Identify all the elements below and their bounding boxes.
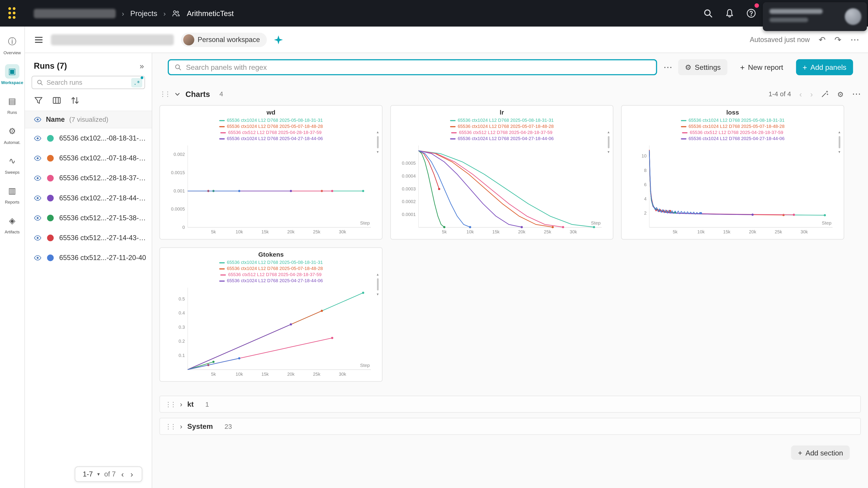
breadcrumb-projects-link[interactable]: Projects (130, 9, 157, 18)
regex-toggle[interactable]: .* (131, 78, 142, 87)
undo-button[interactable]: ↶ (819, 35, 826, 44)
redo-button[interactable]: ↷ (835, 35, 842, 44)
run-list-item[interactable]: 65536 ctx512...-28-18-37-59 (25, 168, 152, 188)
charts-section-title[interactable]: Charts (185, 90, 210, 98)
scrollbar-pill[interactable] (839, 136, 840, 148)
run-list-item[interactable]: 65536 ctx102...-07-18-48-28 (25, 148, 152, 168)
chart-plot-area[interactable]: 00.00050.0010.00150.0025k10k15k20k25k30k… (162, 142, 380, 237)
filter-runs-icon[interactable] (34, 96, 43, 105)
sidebar-collapse-icon[interactable]: » (140, 61, 144, 70)
section-row-kt[interactable]: ⋮⋮ › kt 1 (159, 396, 861, 413)
chart-panel-lr[interactable]: lr65536 ctx1024 L12 D768 2025-05-08-18-3… (391, 105, 614, 239)
magic-wand-icon[interactable] (821, 90, 829, 98)
workspace-more-menu[interactable]: ⋯ (850, 35, 859, 44)
panel-search-input[interactable] (186, 63, 651, 71)
sidebar-item-artifacts[interactable]: ◈Artifacts (0, 214, 24, 243)
chart-panel-wd[interactable]: wd65536 ctx1024 L12 D768 2025-05-08-18-3… (159, 105, 382, 239)
drag-handle-icon[interactable]: ⋮⋮ (165, 422, 175, 430)
sparkle-icon[interactable] (274, 35, 283, 44)
run-list-item[interactable]: 65536 ctx512...-27-15-38-48 (25, 208, 152, 228)
sidebar-item-automat[interactable]: ⚙Automat. (0, 124, 24, 154)
run-visibility-eye-icon[interactable] (34, 254, 41, 262)
visibility-eye-icon[interactable] (34, 116, 41, 123)
new-report-button[interactable]: + New report (734, 59, 790, 75)
scroll-up-icon[interactable]: ▴ (377, 272, 379, 277)
columns-icon[interactable] (52, 96, 61, 105)
page-range[interactable]: 1-7 (83, 470, 93, 478)
charts-prev-page-icon[interactable]: ‹ (799, 90, 802, 98)
scroll-down-icon[interactable]: ▾ (377, 150, 379, 155)
help-icon[interactable] (746, 8, 756, 18)
scroll-down-icon[interactable]: ▾ (377, 292, 379, 297)
run-visibility-eye-icon[interactable] (34, 154, 41, 162)
panel-legend-scroll-controls[interactable]: ▴▾ (608, 130, 610, 155)
name-column-header[interactable]: Name (46, 116, 65, 123)
chart-plot-area[interactable]: 0.00010.00020.00030.00040.00055k10k15k20… (393, 142, 611, 237)
notifications-bell-icon[interactable] (725, 8, 735, 18)
panel-search-options[interactable]: ⋯ (663, 63, 672, 72)
runs-search-input[interactable] (46, 78, 128, 86)
sidebar-item-runs[interactable]: ▤Runs (0, 94, 24, 124)
sidebar-item-reports[interactable]: ▥Reports (0, 184, 24, 214)
sidebar-item-sweeps[interactable]: ∿Sweeps (0, 154, 24, 184)
chart-panel-Gtokens[interactable]: Gtokens65536 ctx1024 L12 D768 2025-05-08… (159, 248, 382, 382)
scroll-up-icon[interactable]: ▴ (608, 130, 610, 135)
user-avatar[interactable] (845, 8, 861, 25)
sidebar-item-workspace[interactable]: ▣Workspace (0, 64, 24, 94)
blurred-account-flyout[interactable] (763, 2, 867, 31)
run-name-label[interactable]: 65536 ctx102...-27-18-44-06 (59, 194, 146, 202)
drag-handle-icon[interactable]: ⋮⋮ (165, 400, 175, 408)
run-name-label[interactable]: 65536 ctx512...-27-11-20-40 (59, 254, 146, 262)
scroll-up-icon[interactable]: ▴ (377, 130, 379, 135)
run-name-label[interactable]: 65536 ctx512...-27-14-43-28 (59, 234, 146, 242)
scrollbar-pill[interactable] (377, 278, 378, 291)
drag-handle-icon[interactable]: ⋮⋮ (159, 90, 169, 98)
run-visibility-eye-icon[interactable] (34, 214, 41, 222)
scrollbar-pill[interactable] (377, 136, 378, 148)
prev-page-button[interactable]: ‹ (120, 470, 125, 479)
section-row-system[interactable]: ⋮⋮ › System 23 (159, 418, 861, 435)
section-more-menu[interactable]: ⋯ (852, 90, 861, 98)
scroll-up-icon[interactable]: ▴ (838, 130, 840, 135)
run-visibility-eye-icon[interactable] (34, 194, 41, 202)
section-settings-gear-icon[interactable]: ⚙ (837, 90, 844, 98)
sidebar-item-overview[interactable]: ⓘOverview (0, 34, 24, 64)
chevron-down-icon[interactable] (174, 91, 180, 97)
panel-legend-scroll-controls[interactable]: ▴▾ (838, 130, 840, 155)
add-panels-button[interactable]: + Add panels (796, 59, 853, 75)
section-title[interactable]: kt (187, 400, 194, 409)
section-title[interactable]: System (187, 422, 213, 431)
run-name-label[interactable]: 65536 ctx102...-07-18-48-28 (59, 154, 146, 162)
scroll-down-icon[interactable]: ▾ (838, 150, 840, 155)
scroll-down-icon[interactable]: ▾ (608, 150, 610, 155)
panel-legend-scroll-controls[interactable]: ▴▾ (377, 272, 379, 297)
menu-hamburger-icon[interactable] (34, 35, 43, 44)
chevron-right-icon[interactable]: › (180, 400, 182, 409)
run-name-label[interactable]: 65536 ctx102...-08-18-31-31 (59, 134, 146, 142)
settings-button[interactable]: ⚙ Settings (678, 59, 727, 75)
run-list-item[interactable]: 65536 ctx102...-27-18-44-06 (25, 188, 152, 208)
run-visibility-eye-icon[interactable] (34, 134, 41, 142)
run-visibility-eye-icon[interactable] (34, 174, 41, 182)
scrollbar-pill[interactable] (608, 136, 609, 148)
chart-plot-area[interactable]: 0.10.20.30.40.55k10k15k20k25k30kStep (162, 285, 380, 380)
add-section-button[interactable]: + Add section (792, 445, 850, 460)
breadcrumb-project-name[interactable]: ArithmeticTest (187, 9, 234, 18)
page-range-caret-icon[interactable]: ▾ (97, 471, 100, 477)
run-list-item[interactable]: 65536 ctx102...-08-18-31-31 (25, 128, 152, 148)
runs-search-box[interactable]: .* (32, 76, 145, 89)
blurred-entity-name[interactable] (34, 8, 116, 18)
chart-panel-loss[interactable]: loss65536 ctx1024 L12 D768 2025-05-08-18… (621, 105, 844, 239)
charts-next-page-icon[interactable]: › (810, 90, 813, 98)
panel-search-box[interactable] (168, 59, 657, 75)
run-list-item[interactable]: 65536 ctx512...-27-11-20-40 (25, 248, 152, 268)
next-page-button[interactable]: › (129, 470, 134, 479)
sort-runs-icon[interactable] (70, 96, 80, 105)
run-visibility-eye-icon[interactable] (34, 234, 41, 242)
panel-legend-scroll-controls[interactable]: ▴▾ (377, 130, 379, 155)
personal-workspace-pill[interactable]: Personal workspace (181, 32, 267, 47)
chart-plot-area[interactable]: 2468105k10k15k20k25k30kStep (624, 142, 841, 237)
run-name-label[interactable]: 65536 ctx512...-28-18-37-59 (59, 174, 146, 182)
run-name-label[interactable]: 65536 ctx512...-27-15-38-48 (59, 214, 146, 222)
chevron-right-icon[interactable]: › (180, 422, 182, 431)
